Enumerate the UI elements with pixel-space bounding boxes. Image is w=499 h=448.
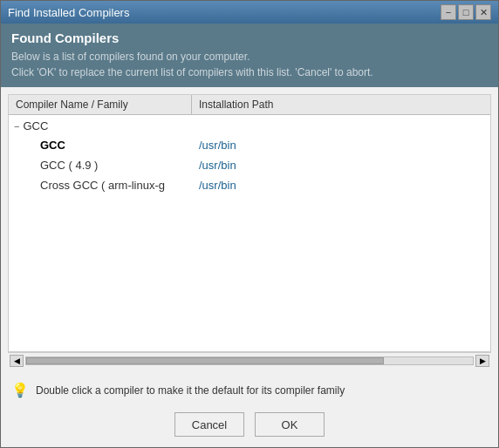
- tip-text: Double click a compiler to make it the d…: [36, 384, 345, 397]
- cancel-button[interactable]: Cancel: [174, 412, 244, 437]
- scroll-track[interactable]: [25, 356, 474, 365]
- compiler-table: Compiler Name / Family Installation Path…: [8, 94, 491, 352]
- table-header: Compiler Name / Family Installation Path: [9, 95, 490, 115]
- scroll-thumb[interactable]: [26, 357, 384, 364]
- header-title: Found Compilers: [11, 31, 488, 45]
- compiler-name: Cross GCC ( arm-linux-g: [9, 177, 192, 193]
- ok-button[interactable]: OK: [255, 412, 325, 437]
- scroll-left-button[interactable]: ◀: [10, 355, 24, 367]
- minimize-button[interactable]: −: [441, 4, 456, 20]
- compiler-path: /usr/bin: [192, 177, 490, 193]
- close-button[interactable]: ✕: [475, 4, 491, 20]
- group-toggle-gcc[interactable]: −: [14, 121, 19, 132]
- tip-icon: 💡: [11, 382, 29, 398]
- header-description-line1: Below is a list of compilers found on yo…: [11, 49, 488, 64]
- table-row[interactable]: GCC /usr/bin: [9, 135, 490, 155]
- group-name-gcc: GCC: [23, 119, 48, 132]
- compiler-name: GCC: [9, 137, 192, 153]
- header-description-line2: Click 'OK' to replace the current list o…: [11, 64, 488, 80]
- column-header-path: Installation Path: [192, 95, 490, 114]
- compiler-name: GCC ( 4.9 ): [9, 157, 192, 173]
- horizontal-scrollbar[interactable]: ◀ ▶: [8, 352, 491, 368]
- main-window: Find Installed Compilers − □ ✕ Found Com…: [0, 0, 499, 448]
- column-header-name: Compiler Name / Family: [9, 95, 192, 114]
- table-row[interactable]: Cross GCC ( arm-linux-g /usr/bin: [9, 175, 490, 195]
- footer: Cancel OK: [1, 405, 498, 447]
- maximize-button[interactable]: □: [458, 4, 474, 20]
- table-body: − GCC GCC /usr/bin GCC ( 4.9 ) /usr/bin …: [9, 115, 490, 351]
- compiler-path: /usr/bin: [192, 157, 490, 173]
- window-title: Find Installed Compilers: [8, 6, 129, 19]
- scroll-right-button[interactable]: ▶: [475, 355, 489, 367]
- window-controls: − □ ✕: [441, 4, 491, 20]
- table-row[interactable]: GCC ( 4.9 ) /usr/bin: [9, 155, 490, 175]
- group-row-gcc[interactable]: − GCC: [9, 117, 490, 135]
- tip-row: 💡 Double click a compiler to make it the…: [1, 375, 498, 405]
- header-section: Found Compilers Below is a list of compi…: [1, 24, 498, 87]
- content-area: Compiler Name / Family Installation Path…: [1, 87, 498, 375]
- title-bar: Find Installed Compilers − □ ✕: [1, 1, 498, 24]
- compiler-path: /usr/bin: [192, 137, 490, 153]
